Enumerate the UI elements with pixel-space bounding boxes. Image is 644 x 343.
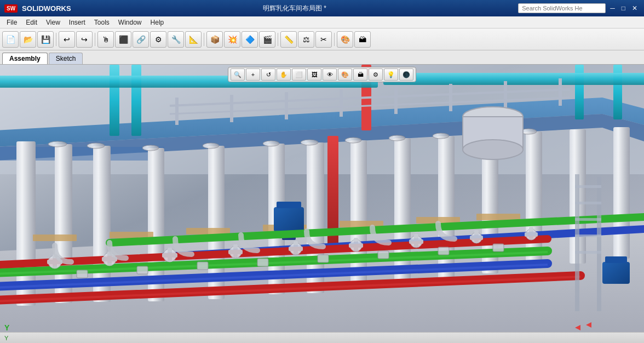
svg-rect-86 bbox=[77, 270, 88, 278]
exploded-view-button[interactable]: 💥 bbox=[224, 31, 240, 48]
component-button[interactable]: ⬛ bbox=[115, 31, 131, 48]
svg-rect-99 bbox=[575, 235, 601, 237]
svg-point-110 bbox=[345, 138, 361, 143]
svg-rect-87 bbox=[137, 266, 148, 274]
tab-bar: Assembly Sketch bbox=[0, 50, 644, 65]
new-button[interactable]: 📄 bbox=[2, 31, 19, 48]
scene-svg: Y bbox=[0, 65, 644, 332]
toolbar-sep-1 bbox=[56, 33, 56, 46]
svg-rect-12 bbox=[383, 73, 644, 85]
svg-rect-37 bbox=[33, 235, 77, 241]
svg-rect-98 bbox=[575, 218, 601, 221]
tab-assembly[interactable]: Assembly bbox=[2, 53, 48, 64]
toolbar-sep-3 bbox=[204, 33, 204, 46]
display-style-button[interactable]: 🖼 bbox=[307, 68, 321, 81]
menu-file[interactable]: File bbox=[2, 18, 21, 27]
svg-rect-90 bbox=[318, 255, 329, 262]
svg-rect-14 bbox=[230, 95, 233, 122]
svg-text:Y: Y bbox=[4, 323, 10, 332]
svg-point-112 bbox=[433, 133, 449, 139]
apply-scene-button[interactable]: 🏔 bbox=[353, 68, 367, 81]
svg-rect-92 bbox=[438, 247, 449, 255]
coord-y-label: Y bbox=[4, 335, 8, 341]
realview-button[interactable]: 💡 bbox=[384, 68, 398, 81]
svg-rect-85 bbox=[529, 227, 533, 239]
main-toolbar: 📄 📂 💾 ↩ ↪ 🖱 ⬛ 🔗 ⚙ 🔧 📐 📦 💥 🔷 🎬 📏 ⚖ ✂ 🎨 🏔 bbox=[0, 28, 644, 50]
svg-point-108 bbox=[263, 141, 279, 146]
svg-rect-89 bbox=[257, 259, 268, 266]
rotate-button[interactable]: ↺ bbox=[261, 68, 275, 81]
svg-rect-19 bbox=[504, 81, 507, 108]
search-input[interactable] bbox=[518, 3, 606, 13]
open-button[interactable]: 📂 bbox=[20, 31, 36, 48]
select-button[interactable]: 🖱 bbox=[97, 31, 114, 48]
titlebar-right: ─ □ ✕ bbox=[518, 3, 640, 13]
mass-properties-button[interactable]: ⚖ bbox=[298, 31, 314, 48]
mate-button[interactable]: 🔗 bbox=[133, 31, 149, 48]
svg-rect-70 bbox=[233, 244, 238, 258]
menu-view[interactable]: View bbox=[42, 18, 65, 27]
undo-button[interactable]: ↩ bbox=[59, 31, 75, 48]
svg-rect-67 bbox=[168, 248, 172, 262]
smart-fasteners-button[interactable]: 🔧 bbox=[168, 31, 184, 48]
window-close-button[interactable]: ✕ bbox=[630, 4, 640, 12]
scene-button[interactable]: 🏔 bbox=[354, 31, 371, 48]
svg-rect-97 bbox=[575, 202, 601, 204]
svg-rect-13 bbox=[175, 98, 179, 125]
svg-rect-82 bbox=[474, 230, 479, 242]
svg-rect-93 bbox=[493, 244, 504, 251]
zoom-to-fit-button[interactable]: 🔍 bbox=[231, 68, 245, 81]
svg-point-106 bbox=[142, 145, 159, 151]
hide-show-button[interactable]: 👁 bbox=[323, 68, 337, 81]
svg-rect-7 bbox=[131, 65, 141, 136]
svg-rect-30 bbox=[350, 140, 367, 288]
tab-sketch[interactable]: Sketch bbox=[49, 53, 83, 64]
svg-point-107 bbox=[203, 143, 219, 148]
menu-window[interactable]: Window bbox=[114, 18, 146, 27]
reference-geometry-button[interactable]: 📐 bbox=[185, 31, 202, 48]
motion-study-button[interactable]: 🎬 bbox=[259, 31, 275, 48]
section-view-button[interactable]: ✂ bbox=[315, 31, 332, 48]
pan-button[interactable]: ✋ bbox=[277, 68, 291, 81]
window-minimize-button[interactable]: ─ bbox=[608, 4, 617, 12]
svg-rect-20 bbox=[559, 78, 562, 106]
shadows-button[interactable]: 🌑 bbox=[399, 68, 413, 81]
svg-rect-95 bbox=[597, 177, 601, 311]
svg-rect-79 bbox=[414, 234, 418, 247]
svg-rect-17 bbox=[394, 87, 398, 114]
svg-rect-48 bbox=[605, 256, 627, 263]
viewport-toolbar: 🔍 + ↺ ✋ ⬜ 🖼 👁 🎨 🏔 ⚙ 💡 🌑 bbox=[228, 67, 416, 82]
title-bar: SW SOLIDWORKS 明辉乳化车间布局图 * ─ □ ✕ bbox=[0, 0, 644, 16]
viewport[interactable]: Y 🔍 + ↺ ✋ ⬜ 🖼 👁 🎨 🏔 ⚙ bbox=[0, 65, 644, 332]
view-orient-button[interactable]: ⬜ bbox=[292, 68, 306, 81]
save-button[interactable]: 💾 bbox=[37, 31, 54, 48]
svg-rect-100 bbox=[575, 251, 601, 254]
measure-button[interactable]: 📏 bbox=[280, 31, 297, 48]
menu-insert[interactable]: Insert bbox=[65, 18, 90, 27]
svg-rect-94 bbox=[575, 174, 579, 311]
svg-rect-36 bbox=[613, 127, 630, 259]
menu-help[interactable]: Help bbox=[146, 18, 169, 27]
svg-point-109 bbox=[301, 140, 318, 145]
assembly-button[interactable]: 📦 bbox=[206, 31, 223, 48]
menu-tools[interactable]: Tools bbox=[90, 18, 114, 27]
edit-appearance-button[interactable]: 🎨 bbox=[338, 68, 352, 81]
svg-point-111 bbox=[389, 135, 405, 141]
svg-rect-43 bbox=[476, 214, 520, 220]
svg-rect-88 bbox=[197, 262, 208, 270]
svg-rect-15 bbox=[285, 92, 288, 119]
window-maximize-button[interactable]: □ bbox=[619, 4, 628, 12]
menu-edit[interactable]: Edit bbox=[21, 18, 42, 27]
interference-button[interactable]: 🔷 bbox=[242, 31, 258, 48]
zoom-in-button[interactable]: + bbox=[246, 68, 260, 81]
linear-pattern-button[interactable]: ⚙ bbox=[150, 31, 166, 48]
svg-rect-16 bbox=[340, 89, 343, 117]
view-settings-button[interactable]: ⚙ bbox=[369, 68, 383, 81]
svg-rect-31 bbox=[394, 138, 411, 283]
toolbar-sep-5 bbox=[334, 33, 335, 46]
redo-button[interactable]: ↪ bbox=[76, 31, 93, 48]
svg-rect-44 bbox=[274, 207, 304, 232]
toolbar-sep-2 bbox=[95, 33, 95, 46]
menu-bar: File Edit View Insert Tools Window Help bbox=[0, 16, 644, 28]
appearance-button[interactable]: 🎨 bbox=[337, 31, 353, 48]
